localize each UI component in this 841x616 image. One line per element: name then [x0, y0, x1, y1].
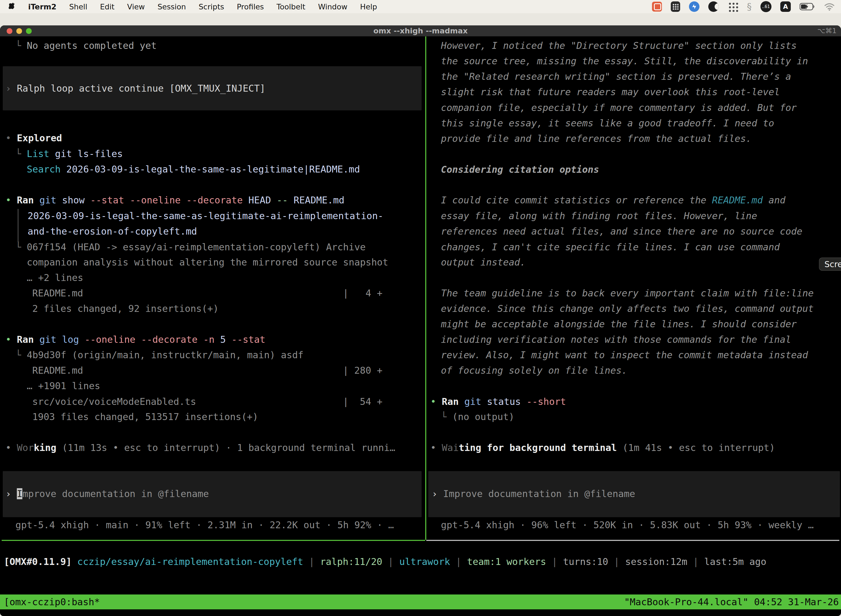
cmd-git: git [459, 396, 481, 407]
no-agents-line: └ No agents completed yet [15, 38, 157, 53]
screen: iTerm2 Shell Edit View Session Scripts P… [0, 0, 841, 616]
tree-guide-line [18, 209, 19, 242]
tree-corner: └ [15, 349, 27, 361]
reasoning-line: I could cite commit statistics or refere… [441, 192, 785, 208]
sync-icon[interactable] [689, 1, 699, 12]
diffstat-summary: 2 files changed, 92 insertions(+) [32, 301, 219, 316]
cmd-flag-n: -n [198, 334, 214, 345]
moon-icon[interactable] [708, 1, 719, 12]
window-shortcut: ⌥⌘1 [817, 25, 837, 37]
menu-item-window[interactable]: Window [318, 3, 347, 11]
diffstat-line: README.md | 4 + [32, 285, 382, 301]
screen-share-overlay-button[interactable]: Scre [819, 258, 841, 271]
right-prompt-line[interactable]: › Improve documentation in @filename [432, 486, 635, 502]
omx-session: session:12m [625, 556, 687, 567]
reasoning-line: references need actual files, and since … [441, 224, 802, 239]
menu-bar-status-area: § ..61 A [652, 0, 835, 13]
menu-item-toolbelt[interactable]: Toolbelt [277, 3, 305, 11]
keyboard-icon[interactable] [671, 1, 680, 12]
waiting-status-line: • Waiting for background terminal (1m 41… [431, 440, 775, 455]
apple-menu-icon[interactable] [8, 3, 15, 11]
input-source-icon[interactable]: A [780, 1, 791, 12]
ran-git-log-line: • Ran git log --oneline --decorate -n 5 … [6, 332, 265, 347]
tree-corner: └ [15, 242, 27, 252]
left-model-status-line: gpt-5.4 xhigh · main · 91% left · 2.31M … [15, 517, 394, 532]
menu-item-view[interactable]: View [127, 3, 145, 11]
messages-icon[interactable] [652, 1, 662, 12]
search-args: 2026-03-09-is-legal-the-same-as-legitima… [61, 164, 360, 175]
omx-version: [OMX#0.11.9] [4, 556, 72, 567]
reasoning-line: provide file and line references from th… [441, 131, 752, 146]
cmd-file: README.md [288, 195, 344, 205]
pane-divider[interactable] [425, 37, 426, 540]
menu-item-iterm2[interactable]: iTerm2 [28, 3, 57, 11]
explored-title: Explored [17, 132, 62, 144]
list-verb: List [27, 148, 49, 159]
diffstat-summary: 1903 files changed, 513517 insertions(+) [32, 409, 258, 424]
separator: | [309, 556, 320, 567]
iterm2-window: omx --xhigh --madmax ⌥⌘1 └ No agents com… [0, 25, 841, 616]
tree-corner: └ [15, 40, 27, 51]
ran-label: Ran [442, 396, 459, 407]
search-verb: Search [27, 164, 61, 175]
prompt-placeholder: Improve documentation in @filename [443, 488, 635, 499]
no-output-text: (no output) [452, 411, 514, 422]
wifi-icon[interactable] [824, 3, 835, 11]
omx-branch: cczip/essay/ai-reimplementation-copyleft [72, 556, 309, 567]
right-model-status-line: gpt-5.4 xhigh · 96% left · 520K in · 5.8… [441, 517, 814, 532]
bullet-icon: • [431, 442, 442, 453]
waiting-shimmer-dim: Wai [442, 442, 459, 453]
menu-item-help[interactable]: Help [360, 3, 377, 11]
reasoning-line: review. Also, I might want to inspect th… [441, 347, 808, 363]
ran-git-status-line: • Ran git status --short [431, 394, 566, 409]
text-cursor: I [17, 488, 22, 499]
show-output-line: companion analysis without altering the … [27, 254, 388, 270]
squiggle-icon[interactable]: § [747, 1, 752, 12]
ralph-inject-text: Ralph loop active continue [OMX_TMUX_INJ… [17, 83, 265, 94]
cmd-arg: 5 [214, 334, 226, 345]
countdown-icon[interactable]: ..61 [760, 1, 771, 12]
readme-link[interactable]: README.md [712, 195, 763, 205]
ran-git-show-line: • Ran git show --stat --oneline --decora… [6, 192, 344, 208]
omx-team-badge: team:1 workers [467, 556, 547, 567]
menu-item-scripts[interactable]: Scripts [199, 3, 224, 11]
battery-icon[interactable] [800, 3, 815, 11]
reasoning-line: essay file, along with finding root file… [441, 208, 757, 224]
cmd-sub: status [481, 396, 521, 407]
explored-header: • Explored [6, 130, 62, 146]
log-output-line: └ 4b9d30f (origin/main, instructkr/main,… [15, 347, 303, 363]
omx-ultrawork-badge: ultrawork [399, 556, 450, 567]
reasoning-line: slight risk that future readers may over… [441, 84, 780, 100]
cmd-flags: --stat [226, 334, 265, 345]
omx-ralph-counter: ralph:11/20 [320, 556, 382, 567]
window-title: omx --xhigh --madmax [0, 25, 841, 37]
prompt-placeholder: mprove documentation in @filename [22, 488, 209, 499]
left-prompt-line[interactable]: › Improve documentation in @filename [6, 486, 209, 502]
reasoning-heading: Considering citation options [441, 162, 599, 177]
list-args: git ls-files [49, 148, 123, 159]
bullet-icon: • [6, 195, 17, 205]
menu-item-session[interactable]: Session [158, 3, 186, 11]
cmd-dashes: -- [271, 195, 288, 205]
prompt-arrow: › [6, 488, 17, 499]
omx-last-activity: last:5m ago [704, 556, 766, 567]
tree-corner: └ [441, 411, 452, 422]
menu-item-edit[interactable]: Edit [100, 3, 114, 11]
reasoning-line: including verification notes with those … [441, 332, 791, 347]
working-status-line: • Working (11m 13s • esc to interrupt) ·… [6, 440, 395, 455]
reasoning-line: changes, I can't cite specific file line… [441, 239, 780, 255]
reasoning-line: the source tree, missing the essay. Stil… [441, 53, 808, 69]
menu-item-shell[interactable]: Shell [69, 3, 88, 11]
window-title-bar[interactable]: omx --xhigh --madmax ⌥⌘1 [0, 25, 841, 37]
working-detail: (11m 13s • esc to interrupt) · 1 backgro… [56, 442, 395, 453]
tmux-session-window[interactable]: [omx-cczip0:bash* [4, 594, 100, 609]
menu-item-profiles[interactable]: Profiles [237, 3, 264, 11]
reasoning-line: companion file, especially if more comme… [441, 100, 797, 115]
bullet-icon: • [6, 334, 17, 345]
dots-grid-icon[interactable] [728, 1, 738, 12]
explored-list-line: └ List git ls-files [15, 146, 123, 161]
no-agents-text: No agents completed yet [27, 40, 157, 51]
diffstat-line: src/voice/voiceModeEnabled.ts | 54 + [32, 394, 382, 409]
bullet-icon: • [6, 132, 17, 144]
cmd-wrap-line: and-the-erosion-of-copyleft.md [28, 224, 197, 239]
